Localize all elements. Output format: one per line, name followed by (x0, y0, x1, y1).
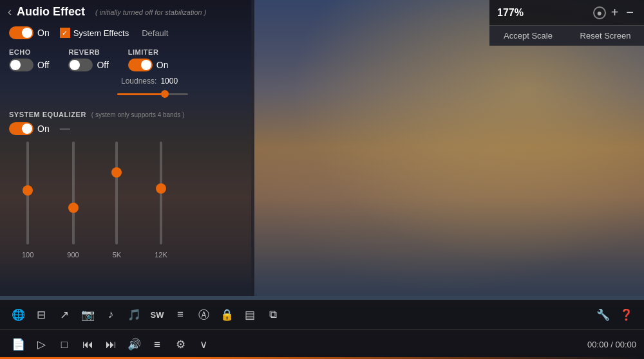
eq-toggle-switch[interactable]: On (9, 122, 50, 135)
zoom-plus-button[interactable]: + (609, 5, 621, 20)
font-icon[interactable]: Ⓐ (193, 304, 214, 325)
limiter-toggle-knob (141, 60, 151, 70)
expand-icon[interactable]: ∨ (193, 335, 214, 355)
list-icon[interactable]: ≡ (170, 304, 191, 325)
crop-icon[interactable]: ↗ (54, 304, 75, 325)
eq-band-12k-label: 12K (155, 251, 167, 259)
zoom-minus-button[interactable]: − (623, 5, 636, 20)
echo-label: ECHO (9, 48, 49, 56)
lock-icon[interactable]: 🔒 (216, 304, 237, 325)
layout-icon[interactable]: ▤ (240, 304, 260, 325)
reverb-toggle-knob (70, 60, 80, 70)
main-toggle-track[interactable] (9, 26, 33, 39)
sw-icon[interactable]: SW (147, 304, 167, 325)
music-note-icon[interactable]: ♪ (100, 304, 121, 325)
eq-band-5k-knob[interactable] (111, 167, 122, 178)
loudness-row: Loudness: 1000 (0, 75, 254, 86)
back-arrow-icon[interactable]: ‹ (8, 5, 12, 19)
loudness-slider-container[interactable] (0, 86, 254, 106)
echo-block: ECHO Off (9, 48, 49, 71)
subtitles-icon[interactable]: ⊟ (31, 304, 52, 325)
echo-toggle-track[interactable] (9, 59, 33, 71)
prev-icon[interactable]: ⏮ (77, 335, 98, 355)
eq-band-12k-knob[interactable] (156, 183, 166, 194)
eq-band-900: 900 (67, 142, 79, 259)
bottom-toolbar: 🌐 ⊟ ↗ 📷 ♪ 🎵 SW ≡ Ⓐ 🔒 ▤ ⧉ 🔧 ❓ 📄 ▷ □ ⏮ ⏭ 🔊… (0, 300, 644, 359)
main-toggle-row: On ✓ System Effects Default (0, 24, 254, 44)
eq-band-5k-track[interactable] (115, 142, 118, 244)
eq-controls: On — (9, 122, 245, 135)
eq-toggle-knob (22, 124, 32, 134)
limiter-block: LIMITER On (128, 48, 169, 71)
globe-icon[interactable]: 🌐 (8, 304, 28, 325)
limiter-toggle-track[interactable] (128, 59, 153, 71)
eq-band-12k-track[interactable] (160, 142, 162, 244)
equalizer-section: SYSTEM EQUALIZER ( system only supports … (0, 106, 254, 259)
screenshot-icon[interactable]: 📷 (77, 304, 98, 325)
panel-title: Audio Effect (17, 5, 85, 19)
help-icon[interactable]: ❓ (616, 304, 636, 325)
time-display: 00:00 / 00:00 (587, 340, 636, 349)
echo-status: Off (9, 59, 49, 71)
reverb-toggle-track[interactable] (68, 59, 93, 71)
reverb-block: REVERB Off (68, 48, 108, 71)
reverb-label: REVERB (68, 48, 108, 56)
eq-band-900-label: 900 (67, 251, 79, 259)
reverb-status-label: Off (97, 60, 108, 70)
settings-icon[interactable]: ⚙ (170, 335, 191, 355)
eq-minus-button[interactable]: — (60, 123, 70, 134)
toolbar-row1: 🌐 ⊟ ↗ 📷 ♪ 🎵 SW ≡ Ⓐ 🔒 ▤ ⧉ 🔧 ❓ (0, 300, 644, 329)
echo-status-label: Off (37, 60, 49, 70)
loudness-slider-knob[interactable] (161, 90, 169, 98)
limiter-status-label: On (156, 60, 169, 70)
effects-row: ECHO Off REVERB Off LIMITER (0, 44, 254, 75)
eq-header: SYSTEM EQUALIZER ( system only supports … (9, 111, 245, 118)
reset-screen-button[interactable]: Reset Screen (567, 25, 644, 46)
limiter-status: On (128, 59, 169, 71)
loudness-slider-track[interactable] (117, 93, 188, 95)
top-right-panel: 177% ● + − Accept Scale Reset Screen (489, 0, 644, 46)
checkbox-checked-icon: ✓ (60, 28, 70, 38)
eq-band-100: 100 (22, 142, 33, 259)
play-icon[interactable]: ▷ (31, 335, 52, 355)
eq-band-900-track[interactable] (72, 142, 75, 244)
eq-toggle-label: On (37, 124, 50, 134)
eq-band-5k-label: 5K (113, 251, 121, 259)
eq-subtitle: ( system only supports 4 bands ) (91, 111, 185, 118)
default-button[interactable]: Default (142, 28, 168, 38)
accept-scale-button[interactable]: Accept Scale (489, 25, 567, 46)
panel-subtitle: ( initially turned off for stabilization… (95, 8, 206, 16)
eq-band-900-knob[interactable] (68, 203, 79, 213)
system-effects-checkbox[interactable]: ✓ System Effects (60, 28, 129, 38)
zoom-row: 177% ● + − (489, 0, 644, 25)
eq-band-5k: 5K (113, 142, 121, 259)
system-effects-label: System Effects (73, 28, 129, 38)
eq-band-100-knob[interactable] (23, 185, 33, 196)
stop-icon[interactable]: □ (54, 335, 75, 355)
loudness-label: Loudness: (121, 77, 156, 86)
main-toggle-switch[interactable]: On (9, 26, 50, 39)
document-icon[interactable]: 📄 (8, 335, 28, 355)
eq-band-100-label: 100 (22, 251, 33, 259)
main-toggle-label: On (37, 28, 50, 38)
limiter-label: LIMITER (128, 48, 169, 56)
audio-panel: ‹ Audio Effect ( initially turned off fo… (0, 0, 254, 296)
eq-band-100-track[interactable] (26, 142, 29, 244)
toolbar-row2: 📄 ▷ □ ⏮ ⏭ 🔊 ≡ ⚙ ∨ 00:00 / 00:00 (0, 329, 644, 359)
playlist-icon[interactable]: ≡ (147, 335, 167, 355)
next-icon[interactable]: ⏭ (100, 335, 121, 355)
main-toggle-knob (22, 28, 32, 38)
pip-icon[interactable]: ⧉ (263, 304, 283, 325)
accept-row: Accept Scale Reset Screen (489, 25, 644, 46)
panel-header: ‹ Audio Effect ( initially turned off fo… (0, 0, 254, 24)
wrench-icon[interactable]: 🔧 (592, 304, 613, 325)
eq-band-12k: 12K (155, 142, 167, 259)
volume-icon[interactable]: 🔊 (124, 335, 144, 355)
echo-toggle-knob (10, 60, 21, 70)
audio-icon[interactable]: 🎵 (124, 304, 144, 325)
zoom-dot-icon[interactable]: ● (593, 6, 606, 19)
eq-bands: 100 900 5K 12K (9, 143, 245, 259)
eq-title: SYSTEM EQUALIZER (9, 111, 86, 118)
eq-toggle-track[interactable] (9, 122, 33, 135)
zoom-value: 177% (497, 7, 524, 19)
